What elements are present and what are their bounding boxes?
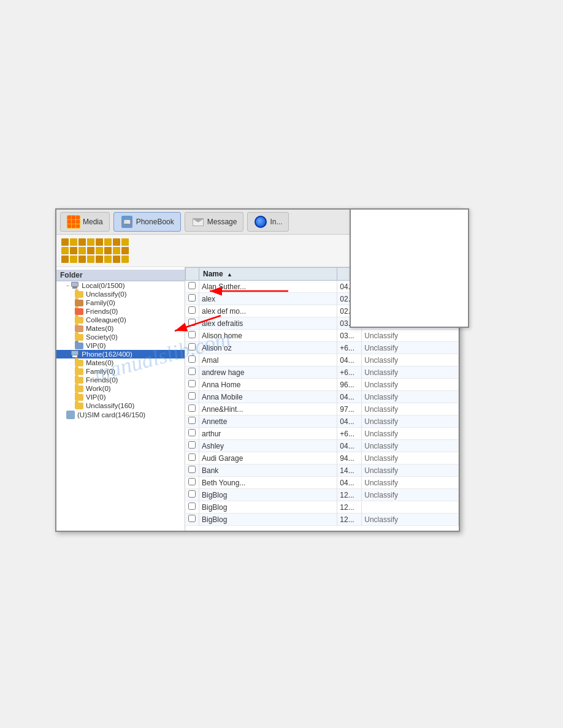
tree-item-sim[interactable]: (U)SIM card(146/150) bbox=[56, 410, 185, 420]
row-checkbox-cell[interactable] bbox=[186, 305, 199, 317]
message-button[interactable]: Message bbox=[185, 212, 244, 232]
tree-item-mates-phone[interactable]: Mates(0) bbox=[56, 358, 185, 367]
message-icon bbox=[191, 215, 205, 229]
row-name: Annette bbox=[199, 415, 337, 428]
row-phone2: 12... bbox=[337, 514, 362, 526]
row-checkbox[interactable] bbox=[188, 294, 196, 301]
row-checkbox-cell[interactable] bbox=[186, 464, 199, 477]
computer-icon bbox=[71, 282, 79, 289]
row-checkbox[interactable] bbox=[188, 380, 196, 387]
white-box-overlay bbox=[350, 208, 469, 328]
table-row[interactable]: Anna Home96...Unclassify bbox=[186, 379, 459, 391]
row-checkbox[interactable] bbox=[188, 282, 196, 289]
tree-item-friends-phone[interactable]: Friends(0) bbox=[56, 376, 185, 384]
tree-item-mates[interactable]: Mates(0) bbox=[56, 324, 185, 333]
table-row[interactable]: BigBlog12...Unclassify bbox=[186, 514, 459, 526]
row-checkbox-cell[interactable] bbox=[186, 293, 199, 305]
row-checkbox-cell[interactable] bbox=[186, 489, 199, 501]
row-checkbox-cell[interactable] bbox=[186, 391, 199, 403]
media-button[interactable]: Media bbox=[60, 212, 110, 232]
tree-item-colleague[interactable]: Colleague(0) bbox=[56, 316, 185, 324]
row-checkbox-cell[interactable] bbox=[186, 281, 199, 293]
row-checkbox-cell[interactable] bbox=[186, 403, 199, 415]
row-checkbox[interactable] bbox=[188, 404, 196, 412]
row-checkbox[interactable] bbox=[188, 441, 196, 449]
tree-item-family-phone[interactable]: Family(0) bbox=[56, 367, 185, 376]
tree-label-friends-phone: Friends(0) bbox=[86, 376, 118, 384]
row-phone2: 04... bbox=[337, 415, 362, 428]
row-checkbox[interactable] bbox=[188, 343, 196, 351]
row-name: Audi Garage bbox=[199, 452, 337, 464]
row-checkbox-cell[interactable] bbox=[186, 354, 199, 366]
row-checkbox[interactable] bbox=[188, 466, 196, 473]
table-row[interactable]: Beth Young...04...Unclassify bbox=[186, 477, 459, 489]
row-checkbox[interactable] bbox=[188, 490, 196, 498]
table-row[interactable]: arthur+6...Unclassify bbox=[186, 428, 459, 440]
table-row[interactable]: Alison oz+6...Unclassify bbox=[186, 342, 459, 354]
row-checkbox[interactable] bbox=[188, 306, 196, 314]
table-row[interactable]: Amal04...Unclassify bbox=[186, 354, 459, 366]
row-phone2: 04... bbox=[337, 354, 362, 366]
row-category: Unclassify bbox=[362, 514, 459, 526]
row-checkbox[interactable] bbox=[188, 331, 196, 338]
table-row[interactable]: Annette04...Unclassify bbox=[186, 415, 459, 428]
row-checkbox[interactable] bbox=[188, 478, 196, 485]
table-row[interactable]: Anne&Hint...97...Unclassify bbox=[186, 403, 459, 415]
phonebook-button[interactable]: 📖 PhoneBook bbox=[113, 212, 181, 232]
row-checkbox-cell[interactable] bbox=[186, 342, 199, 354]
row-checkbox-cell[interactable] bbox=[186, 415, 199, 428]
table-row[interactable]: BigBlog12... bbox=[186, 501, 459, 514]
folder-mates-icon bbox=[75, 325, 83, 332]
logo-grid bbox=[61, 238, 129, 263]
row-name: BigBlog bbox=[199, 501, 337, 514]
row-checkbox-cell[interactable] bbox=[186, 317, 199, 330]
table-row[interactable]: Bank14...Unclassify bbox=[186, 464, 459, 477]
tree-item-vip-phone[interactable]: VIP(0) bbox=[56, 393, 185, 401]
table-row[interactable]: Anna Mobile04...Unclassify bbox=[186, 391, 459, 403]
table-row[interactable]: Ashley04...Unclassify bbox=[186, 440, 459, 452]
table-row[interactable]: BigBlog12...Unclassify bbox=[186, 489, 459, 501]
folder-work-phone-icon bbox=[75, 385, 83, 392]
tree-label-vip-local: VIP(0) bbox=[86, 342, 106, 349]
row-checkbox[interactable] bbox=[188, 417, 196, 424]
row-checkbox-cell[interactable] bbox=[186, 452, 199, 464]
tree-item-friends[interactable]: Friends(0) bbox=[56, 307, 185, 316]
row-checkbox-cell[interactable] bbox=[186, 428, 199, 440]
row-checkbox[interactable] bbox=[188, 319, 196, 326]
tree-item-unclassify-phone[interactable]: Unclassify(160) bbox=[56, 401, 185, 410]
row-checkbox-cell[interactable] bbox=[186, 440, 199, 452]
col-header-name[interactable]: Name ▲ bbox=[199, 268, 337, 281]
row-checkbox-cell[interactable] bbox=[186, 514, 199, 526]
row-checkbox[interactable] bbox=[188, 515, 196, 522]
folder-tree[interactable]: Folder − Local(0/1500) Unclassify(0) Fam… bbox=[56, 267, 185, 531]
tree-item-work-phone[interactable]: Work(0) bbox=[56, 384, 185, 393]
row-checkbox[interactable] bbox=[188, 368, 196, 375]
row-checkbox-cell[interactable] bbox=[186, 330, 199, 342]
tree-item-vip-local[interactable]: VIP(0) bbox=[56, 341, 185, 350]
tree-item-local[interactable]: − Local(0/1500) bbox=[56, 281, 185, 290]
tree-item-phone[interactable]: − Phone(162/400) bbox=[56, 350, 185, 358]
tree-label-local: Local(0/1500) bbox=[82, 282, 124, 289]
row-checkbox-cell[interactable] bbox=[186, 379, 199, 391]
tree-item-society[interactable]: Society(0) bbox=[56, 333, 185, 341]
row-checkbox-cell[interactable] bbox=[186, 501, 199, 514]
table-row[interactable]: Audi Garage94...Unclassify bbox=[186, 452, 459, 464]
internet-button[interactable]: In... bbox=[247, 212, 289, 232]
table-row[interactable]: andrew hage+6...Unclassify bbox=[186, 366, 459, 379]
row-checkbox[interactable] bbox=[188, 355, 196, 363]
tree-item-unclassify-local[interactable]: Unclassify(0) bbox=[56, 290, 185, 298]
row-checkbox[interactable] bbox=[188, 429, 196, 436]
row-category: Unclassify bbox=[362, 489, 459, 501]
row-checkbox[interactable] bbox=[188, 453, 196, 461]
expand-icon: − bbox=[66, 282, 69, 289]
row-checkbox[interactable] bbox=[188, 502, 196, 510]
tree-label-family-phone: Family(0) bbox=[86, 368, 115, 375]
tree-item-family[interactable]: Family(0) bbox=[56, 298, 185, 307]
folder-unclassify-phone-icon bbox=[75, 403, 83, 409]
row-checkbox-cell[interactable] bbox=[186, 366, 199, 379]
row-phone2: 12... bbox=[337, 489, 362, 501]
row-checkbox[interactable] bbox=[188, 392, 196, 400]
tree-label-mates: Mates(0) bbox=[86, 325, 113, 332]
table-row[interactable]: Alison home03...Unclassify bbox=[186, 330, 459, 342]
row-checkbox-cell[interactable] bbox=[186, 477, 199, 489]
